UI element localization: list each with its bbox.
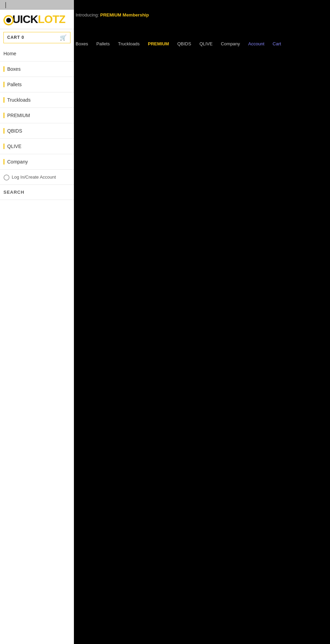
sidebar-item-label-company: Company — [7, 159, 28, 165]
login-create-account-button[interactable]: ◯ Log In/Create Account — [0, 170, 74, 185]
sidebar-top-bar: ∣ — [0, 0, 74, 10]
sidebar-item-label-boxes: Boxes — [7, 66, 21, 72]
main-nav-qbids[interactable]: QBIDS — [177, 41, 191, 46]
main-nav-company[interactable]: Company — [221, 41, 240, 46]
sidebar-item-qlive[interactable]: QLIVE — [0, 139, 74, 154]
search-button[interactable]: SEARCH — [0, 185, 74, 200]
sidebar-item-label-home: Home — [3, 51, 16, 56]
sidebar-item-premium[interactable]: PREMIUM — [0, 108, 74, 123]
sidebar-item-indicator-boxes — [3, 66, 4, 72]
main-nav-premium[interactable]: PREMIUM — [148, 41, 169, 46]
sidebar-item-truckloads[interactable]: Truckloads — [0, 92, 74, 108]
announcement-prefix: Introducing: — [76, 12, 99, 18]
sidebar-item-home[interactable]: Home — [0, 46, 74, 61]
sidebar-item-company[interactable]: Company — [0, 154, 74, 170]
main-nav-qlive[interactable]: QLIVE — [199, 41, 212, 46]
announcement-link[interactable]: PREMIUM Membership — [100, 12, 149, 18]
sidebar-item-indicator-qlive — [3, 144, 4, 149]
sidebar-item-boxes[interactable]: Boxes — [0, 61, 74, 77]
logo-circle-icon — [3, 15, 14, 25]
sidebar-item-label-truckloads: Truckloads — [7, 97, 31, 103]
sidebar: ∣ UICKLOTZ CART 0 🛒 Home Boxes Pallets T… — [0, 0, 74, 644]
person-icon: ◯ — [3, 174, 10, 180]
login-label: Log In/Create Account — [12, 174, 56, 180]
sidebar-logo: UICKLOTZ — [0, 10, 74, 29]
sidebar-item-indicator-qbids — [3, 128, 4, 134]
sidebar-item-qbids[interactable]: QBIDS — [0, 123, 74, 139]
sidebar-item-indicator-company — [3, 159, 4, 165]
sidebar-item-indicator-premium — [3, 113, 4, 118]
sidebar-item-label-qlive: QLIVE — [7, 144, 21, 149]
sidebar-item-label-qbids: QBIDS — [7, 128, 22, 134]
main-nav-account[interactable]: Account — [248, 41, 264, 46]
cart-button[interactable]: CART 0 🛒 — [3, 32, 70, 43]
announcement-bar: Introducing: PREMIUM Membership — [76, 12, 149, 18]
cart-label: CART 0 — [7, 35, 24, 40]
hamburger-icon[interactable]: ∣ — [4, 1, 7, 9]
logo-quick: UICK — [12, 13, 38, 25]
main-nav-boxes[interactable]: Boxes — [76, 41, 88, 46]
main-nav-truckloads[interactable]: Truckloads — [118, 41, 140, 46]
logo-lotz: LOTZ — [38, 13, 65, 25]
main-nav: Boxes Pallets Truckloads PREMIUM QBIDS Q… — [76, 41, 281, 46]
sidebar-item-indicator-truckloads — [3, 97, 4, 103]
sidebar-item-pallets[interactable]: Pallets — [0, 77, 74, 92]
sidebar-item-indicator-pallets — [3, 82, 4, 87]
main-nav-cart[interactable]: Cart — [273, 41, 281, 46]
sidebar-item-label-pallets: Pallets — [7, 82, 22, 87]
sidebar-item-label-premium: PREMIUM — [7, 113, 30, 118]
main-nav-pallets[interactable]: Pallets — [96, 41, 110, 46]
search-label: SEARCH — [3, 190, 24, 195]
cart-icon: 🛒 — [60, 34, 67, 41]
